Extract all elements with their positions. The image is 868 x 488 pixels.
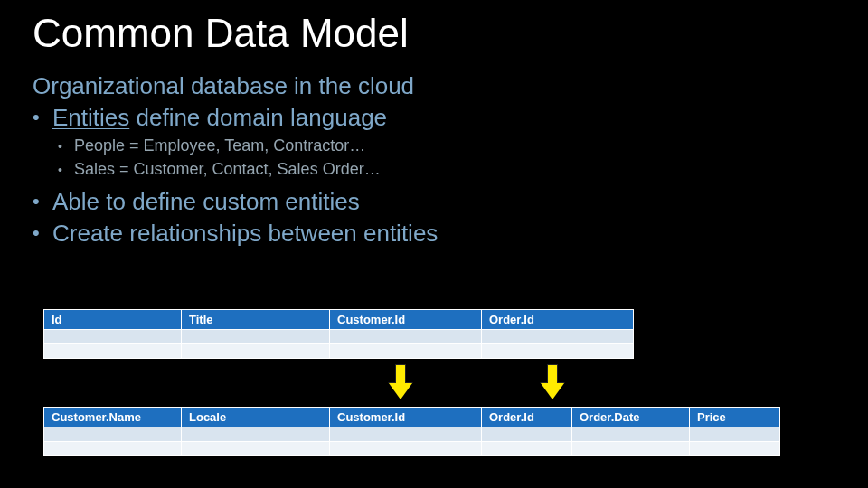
bullet-item: • Entities define domain language xyxy=(33,102,835,134)
table-header: Customer.Name xyxy=(44,408,182,427)
bullet-item: • Able to define custom entities xyxy=(33,186,835,218)
table-header-row: Customer.Name Locale Customer.Id Order.I… xyxy=(44,408,780,427)
bullet-dot-icon: • xyxy=(33,108,52,127)
bullet-text: Entities define domain language xyxy=(52,102,387,134)
bullet-dot-icon: • xyxy=(58,164,74,176)
bullet-text: Able to define custom entities xyxy=(52,186,360,218)
underlined-word: Entities xyxy=(52,104,129,131)
table-header: Order.Id xyxy=(482,408,572,427)
table-header: Title xyxy=(182,310,330,330)
bullet-item: • Create relationships between entities xyxy=(33,218,835,249)
bullet-dot-icon: • xyxy=(58,140,74,153)
sub-bullet-item: • Sales = Customer, Contact, Sales Order… xyxy=(58,157,835,181)
sub-bullet-text: Sales = Customer, Contact, Sales Order… xyxy=(74,157,381,181)
table-header: Price xyxy=(690,408,780,427)
bullet-dot-icon: • xyxy=(33,223,52,243)
slide-title: Common Data Model xyxy=(33,11,835,56)
table-row xyxy=(44,427,780,442)
table-row xyxy=(44,442,780,456)
entity-table-2: Customer.Name Locale Customer.Id Order.I… xyxy=(43,407,780,456)
sub-bullet-text: People = Employee, Team, Contractor… xyxy=(74,134,365,157)
table-header: Order.Id xyxy=(482,310,634,330)
entity-table-1: Id Title Customer.Id Order.Id xyxy=(43,309,634,359)
table-header-row: Id Title Customer.Id Order.Id xyxy=(44,310,634,330)
table-row xyxy=(44,330,634,344)
table-header: Id xyxy=(44,310,182,330)
table-header: Order.Date xyxy=(572,408,690,427)
body-text: Organizational database in the cloud • E… xyxy=(33,70,835,250)
table-header: Customer.Id xyxy=(330,310,482,330)
table-header: Locale xyxy=(182,408,330,427)
body-line: Organizational database in the cloud xyxy=(33,70,835,102)
slide: Common Data Model Organizational databas… xyxy=(0,0,868,250)
bullet-text: Create relationships between entities xyxy=(52,218,438,249)
bullet-dot-icon: • xyxy=(33,192,52,211)
sub-bullet-item: • People = Employee, Team, Contractor… xyxy=(58,134,835,157)
arrow-down-icon xyxy=(541,364,564,402)
arrow-down-icon xyxy=(389,364,412,402)
table-row xyxy=(44,344,634,359)
table-header: Customer.Id xyxy=(330,408,482,427)
